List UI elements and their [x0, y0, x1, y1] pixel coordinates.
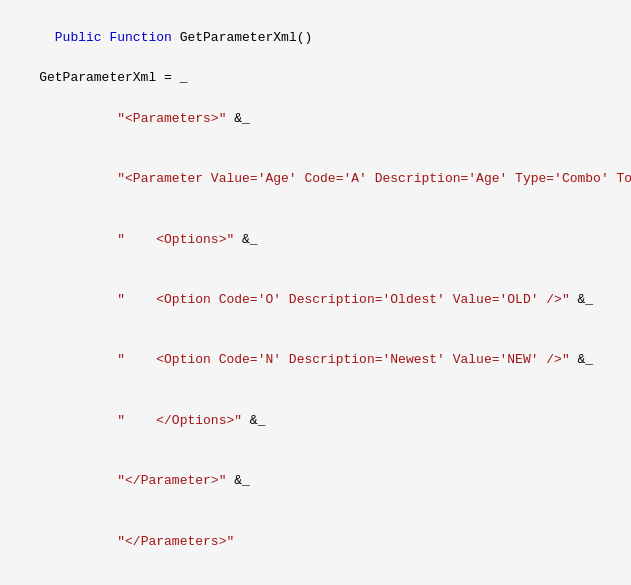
string-option-oldest: " <Option Code='O' Description='Oldest' … — [117, 292, 569, 307]
code-line-8: " </Options>" &_ — [0, 391, 631, 451]
string-option-newest: " <Option Code='N' Description='Newest' … — [117, 352, 569, 367]
keyword-function: Function — [109, 30, 171, 45]
string-options-open: " <Options>" — [117, 232, 234, 247]
string-parameter-close: "</Parameter>" — [117, 473, 226, 488]
keyword-public: Public — [55, 30, 102, 45]
code-line-3: "<Parameters>" &_ — [0, 89, 631, 149]
code-line-11: End Function — [0, 572, 631, 585]
code-line-7: " <Option Code='N' Description='Newest' … — [0, 330, 631, 390]
code-line-10: "</Parameters>" — [0, 512, 631, 572]
string-parameter-tag: "<Parameter Value='Age' Code='A' Descrip… — [117, 171, 631, 186]
string-parameters-close: "</Parameters>" — [117, 534, 234, 549]
code-line-4: "<Parameter Value='Age' Code='A' Descrip… — [0, 149, 631, 209]
code-line-5: " <Options>" &_ — [0, 209, 631, 269]
string-parameters-open: "<Parameters>" — [117, 111, 226, 126]
code-line-1: Public Function GetParameterXml() — [0, 8, 631, 68]
code-line-9: "</Parameter>" &_ — [0, 451, 631, 511]
code-line-2: GetParameterXml = _ — [0, 68, 631, 88]
code-line-6: " <Option Code='O' Description='Oldest' … — [0, 270, 631, 330]
string-options-close: " </Options>" — [117, 413, 242, 428]
code-editor: Public Function GetParameterXml() GetPar… — [0, 0, 631, 585]
